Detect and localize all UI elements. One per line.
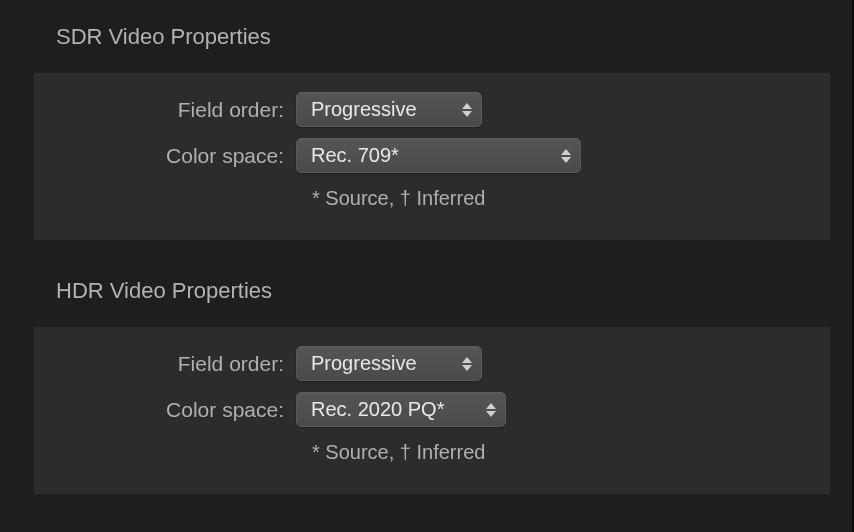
- sdr-field-order-value: Progressive: [311, 98, 417, 121]
- sdr-section-title: SDR Video Properties: [0, 24, 830, 50]
- sdr-section-body: Field order: Progressive Color space: Re…: [34, 73, 830, 240]
- sdr-color-space-value: Rec. 709*: [311, 144, 399, 167]
- hdr-field-order-value: Progressive: [311, 352, 417, 375]
- hdr-section-title: HDR Video Properties: [0, 278, 830, 304]
- hdr-color-space-value: Rec. 2020 PQ*: [311, 398, 444, 421]
- hdr-color-space-select[interactable]: Rec. 2020 PQ*: [296, 392, 506, 427]
- hdr-color-space-label: Color space:: [34, 398, 296, 422]
- hdr-field-order-label: Field order:: [34, 352, 296, 376]
- updown-arrows-icon: [561, 149, 571, 163]
- sdr-color-space-select[interactable]: Rec. 709*: [296, 138, 581, 173]
- updown-arrows-icon: [462, 103, 472, 117]
- hdr-field-order-select[interactable]: Progressive: [296, 346, 482, 381]
- updown-arrows-icon: [486, 403, 496, 417]
- updown-arrows-icon: [462, 357, 472, 371]
- sdr-footnote: * Source, † Inferred: [34, 187, 830, 210]
- sdr-field-order-label: Field order:: [34, 98, 296, 122]
- hdr-footnote: * Source, † Inferred: [34, 441, 830, 464]
- hdr-section-body: Field order: Progressive Color space: Re…: [34, 327, 830, 494]
- sdr-field-order-select[interactable]: Progressive: [296, 92, 482, 127]
- sdr-color-space-label: Color space:: [34, 144, 296, 168]
